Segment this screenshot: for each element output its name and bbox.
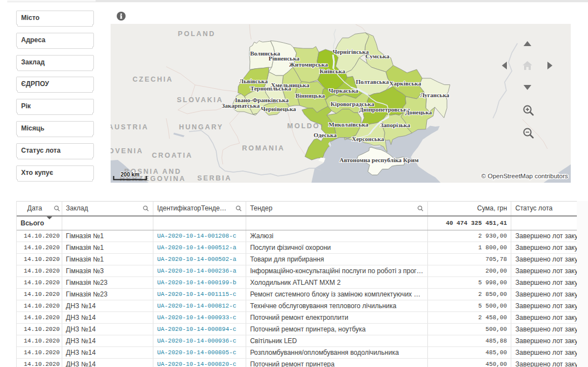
- svg-text:Дніпропетровська: Дніпропетровська: [359, 106, 410, 113]
- svg-text:Закарпатська: Закарпатська: [222, 102, 260, 109]
- svg-text:© OpenStreetMap contributors: © OpenStreetMap contributors: [481, 173, 568, 179]
- svg-text:Київська: Київська: [320, 68, 345, 74]
- svg-text:Харківська: Харківська: [389, 80, 421, 87]
- svg-text:ROMANIA: ROMANIA: [242, 144, 285, 152]
- svg-text:Херсонська: Херсонська: [352, 135, 385, 142]
- svg-text:Житомирська: Житомирська: [289, 61, 328, 68]
- svg-text:SLOVAKIA: SLOVAKIA: [177, 96, 223, 104]
- svg-text:Чернівецька: Чернівецька: [261, 105, 296, 112]
- svg-text:Полтавська: Полтавська: [356, 78, 389, 85]
- svg-text:Одеська: Одеська: [313, 132, 337, 138]
- svg-text:200 km: 200 km: [121, 172, 139, 178]
- svg-text:Львівська: Львівська: [239, 78, 268, 84]
- svg-text:Запорізька: Запорізька: [380, 122, 411, 128]
- svg-text:CROATIA: CROATIA: [152, 152, 193, 159]
- svg-text:Тернопільська: Тернопільська: [250, 85, 291, 92]
- svg-text:Чернігівська: Чернігівська: [333, 48, 369, 55]
- svg-text:Черкаська: Черкаська: [328, 87, 358, 94]
- svg-text:Луганська: Луганська: [420, 92, 450, 98]
- svg-text:Миколаївська: Миколаївська: [328, 121, 368, 128]
- svg-text:HUNGARY: HUNGARY: [179, 123, 223, 131]
- svg-text:Донецька: Донецька: [405, 109, 432, 115]
- svg-text:AUSTRIA: AUSTRIA: [111, 123, 149, 131]
- svg-text:CZECHIA: CZECHIA: [132, 76, 173, 83]
- svg-text:Вінницька: Вінницька: [295, 92, 325, 99]
- svg-text:Автономна республіка Крим: Автономна республіка Крим: [340, 157, 419, 163]
- svg-text:Волинська: Волинська: [250, 50, 280, 57]
- svg-text:SERBIA: SERBIA: [197, 174, 232, 182]
- svg-text:POLAND: POLAND: [178, 30, 216, 38]
- svg-text:Сумська: Сумська: [366, 53, 390, 59]
- svg-text:SLOVENIA: SLOVENIA: [111, 147, 143, 155]
